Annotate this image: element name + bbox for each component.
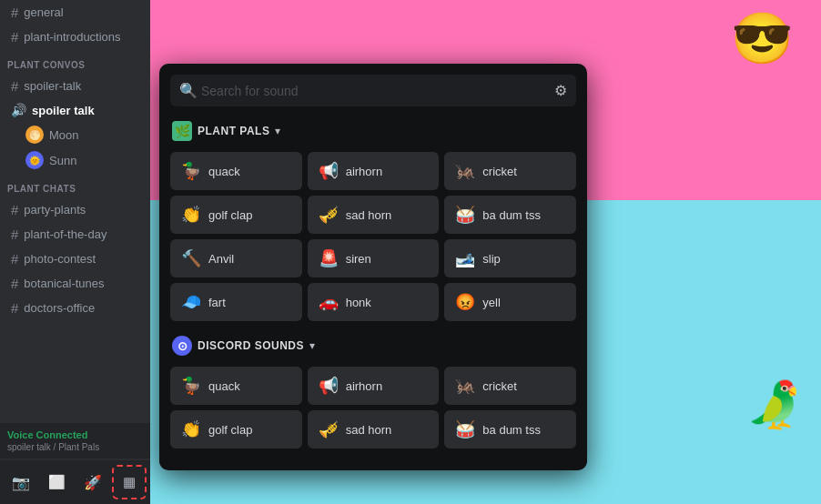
sound-emoji: 📢 bbox=[319, 376, 339, 396]
sound-button-anvil[interactable]: 🔨Anvil bbox=[170, 239, 302, 277]
sound-button-airhorn[interactable]: 📢airhorn bbox=[308, 152, 440, 190]
sound-label: yell bbox=[482, 296, 501, 309]
sound-button-golf-clap[interactable]: 👏golf clap bbox=[170, 196, 302, 234]
sound-label: cricket bbox=[482, 165, 517, 178]
voice-actions-bar: 📷 ⬜ 🚀 ▦ bbox=[0, 460, 150, 504]
deco-character-top-right: 😎 bbox=[731, 9, 794, 68]
sound-emoji: 🎿 bbox=[455, 248, 475, 268]
sound-label: sad horn bbox=[346, 208, 392, 222]
sound-emoji: 🥁 bbox=[455, 419, 475, 439]
section-label-plant-convos: PLANT CONVOS bbox=[0, 49, 150, 74]
sound-emoji: 🚗 bbox=[319, 292, 339, 312]
sidebar-item-photo-contest[interactable]: # photo-contest bbox=[4, 247, 147, 270]
sound-emoji: 🥁 bbox=[455, 205, 475, 225]
sidebar-item-general[interactable]: # general bbox=[4, 1, 147, 24]
plant-pals-section-icon: 🌿 bbox=[172, 121, 192, 141]
sound-emoji: 🦆 bbox=[181, 376, 201, 396]
settings-icon[interactable]: ⚙ bbox=[554, 82, 567, 99]
section-label-plant-chats: PLANT CHATS bbox=[0, 173, 150, 197]
hash-icon: # bbox=[11, 202, 18, 217]
sound-button-quack2[interactable]: 🦆quack bbox=[170, 367, 302, 405]
hash-icon: # bbox=[11, 5, 18, 20]
sound-label: fart bbox=[208, 296, 226, 309]
sound-button-golf-clap2[interactable]: 👏golf clap bbox=[170, 410, 302, 449]
sound-label: honk bbox=[346, 296, 371, 309]
sound-button-yell[interactable]: 😡yell bbox=[444, 283, 576, 321]
sound-button-fart[interactable]: 🧢fart bbox=[170, 283, 302, 321]
voice-connected-label: Voice Connected bbox=[7, 428, 99, 441]
soundboard-icon: ▦ bbox=[123, 474, 136, 490]
sound-emoji: 😡 bbox=[455, 292, 475, 312]
sidebar-user-sunn[interactable]: 🌞 Sunn bbox=[4, 148, 147, 172]
sound-button-ba-dum-tss[interactable]: 🥁ba dum tss bbox=[444, 196, 576, 234]
sound-button-slip[interactable]: 🎿slip bbox=[444, 239, 576, 277]
discord-section-icon: ⊙ bbox=[172, 336, 192, 356]
sidebar-item-doctors-office[interactable]: # doctors-office bbox=[4, 297, 147, 319]
sidebar-item-party-plants[interactable]: # party-plants bbox=[4, 198, 147, 221]
sound-button-sad-horn2[interactable]: 🎺sad horn bbox=[308, 410, 440, 449]
discord-sounds-sound-grid: 🦆quack📢airhorn🦗cricket👏golf clap🎺sad hor… bbox=[170, 367, 576, 449]
sound-button-honk[interactable]: 🚗honk bbox=[308, 283, 440, 321]
voice-status-text: Voice Connected spoiler talk / Plant Pal… bbox=[7, 428, 99, 453]
sound-label: airhorn bbox=[346, 165, 382, 178]
sound-label: quack bbox=[208, 165, 240, 178]
voice-connected-bar: Voice Connected spoiler talk / Plant Pal… bbox=[0, 423, 150, 459]
sound-button-ba-dum-tss2[interactable]: 🥁ba dum tss bbox=[444, 410, 576, 449]
hash-icon: # bbox=[11, 276, 18, 291]
sound-emoji: 🎺 bbox=[319, 205, 339, 225]
sound-button-cricket2[interactable]: 🦗cricket bbox=[444, 367, 576, 405]
sound-search-bar: 🔍 ⚙ bbox=[170, 75, 576, 106]
hash-icon: # bbox=[11, 78, 18, 94]
sound-button-quack[interactable]: 🦆quack bbox=[170, 152, 302, 190]
sound-emoji: 🎺 bbox=[319, 419, 339, 439]
sound-button-cricket[interactable]: 🦗cricket bbox=[444, 152, 576, 190]
section-header-discord-sounds[interactable]: ⊙ DISCORD SOUNDS ▾ bbox=[170, 332, 576, 359]
sidebar-item-spoiler-talk[interactable]: # spoiler-talk bbox=[4, 75, 147, 97]
avatar-moon: 🌕 bbox=[25, 126, 44, 144]
sound-label: Anvil bbox=[208, 252, 234, 266]
main-content: 😎 🦜 🔍 ⚙ 🌿 PLANT PALS ▾ 🦆quack📢airhorn🦗cr… bbox=[150, 0, 821, 504]
sound-label: golf clap bbox=[208, 423, 252, 437]
soundboard-button[interactable]: ▦ bbox=[112, 465, 147, 499]
camera-button[interactable]: 📷 bbox=[4, 465, 38, 499]
sound-button-sad-horn[interactable]: 🎺sad horn bbox=[308, 196, 440, 234]
hash-icon: # bbox=[11, 251, 18, 267]
sound-emoji: 🚨 bbox=[319, 248, 339, 268]
sound-emoji: 👏 bbox=[181, 419, 201, 439]
sidebar-item-spoiler-talk-voice[interactable]: 🔊 spoiler talk bbox=[4, 99, 147, 121]
deco-character-bottom-right: 🦜 bbox=[746, 378, 803, 431]
sound-emoji: 👏 bbox=[181, 205, 201, 225]
activity-button[interactable]: 🚀 bbox=[76, 465, 111, 499]
sound-emoji: 📢 bbox=[319, 161, 339, 181]
sidebar-item-plant-of-the-day[interactable]: # plant-of-the-day bbox=[4, 223, 147, 246]
sound-emoji: 🦆 bbox=[181, 161, 201, 181]
sound-label: quack bbox=[208, 379, 240, 393]
chevron-down-icon: ▾ bbox=[275, 125, 280, 137]
voice-connected-channel: spoiler talk / Plant Pals bbox=[7, 441, 99, 453]
sound-label: ba dum tss bbox=[482, 208, 541, 222]
sound-label: sad horn bbox=[346, 423, 392, 437]
hash-icon: # bbox=[11, 300, 18, 316]
sound-button-siren[interactable]: 🚨siren bbox=[308, 239, 440, 277]
sound-label: siren bbox=[346, 252, 371, 266]
sound-emoji: 🦗 bbox=[455, 161, 475, 181]
sound-button-airhorn2[interactable]: 📢airhorn bbox=[308, 367, 440, 405]
section-header-plant-pals[interactable]: 🌿 PLANT PALS ▾ bbox=[170, 117, 576, 145]
sound-emoji: 🔨 bbox=[181, 248, 201, 268]
sidebar-item-botanical-tunes[interactable]: # botanical-tunes bbox=[4, 272, 147, 295]
sound-label: cricket bbox=[482, 379, 517, 393]
search-input[interactable] bbox=[201, 84, 547, 98]
sound-label: ba dum tss bbox=[482, 423, 541, 437]
camera-icon: 📷 bbox=[12, 474, 30, 491]
sidebar-user-moon[interactable]: 🌕 Moon bbox=[4, 123, 147, 146]
sound-emoji: 🦗 bbox=[455, 376, 475, 396]
plant-pals-sound-grid: 🦆quack📢airhorn🦗cricket👏golf clap🎺sad hor… bbox=[170, 152, 576, 321]
hash-icon: # bbox=[11, 227, 18, 242]
sound-emoji: 🧢 bbox=[181, 292, 201, 312]
hash-icon: # bbox=[11, 29, 18, 45]
avatar-sunn: 🌞 bbox=[25, 151, 44, 169]
screen-share-button[interactable]: ⬜ bbox=[40, 465, 75, 499]
sidebar-item-plant-introductions[interactable]: # plant-introductions bbox=[4, 25, 147, 48]
search-icon: 🔍 bbox=[179, 82, 198, 99]
sound-label: airhorn bbox=[346, 379, 382, 393]
